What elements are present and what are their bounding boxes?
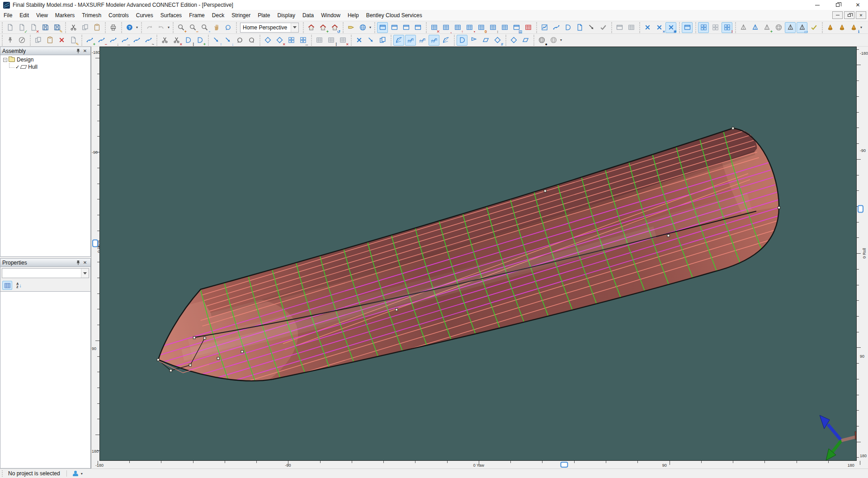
orientation-dial-button[interactable]	[16, 35, 27, 46]
menu-view[interactable]: View	[33, 10, 52, 20]
clear-mask-button[interactable]: ×	[337, 35, 348, 46]
properties-object-selector[interactable]	[2, 268, 89, 278]
zoom-window-button[interactable]: ▫	[199, 22, 210, 33]
control-points-table-button[interactable]: ↑	[452, 22, 463, 33]
menu-frame[interactable]: Frame	[185, 10, 208, 20]
menu-markers[interactable]: Markers	[52, 10, 78, 20]
chevron-down-icon[interactable]	[81, 269, 89, 278]
save-design-button[interactable]	[40, 22, 51, 33]
curvature-graph-button[interactable]	[539, 22, 550, 33]
control-point[interactable]	[732, 127, 734, 129]
surface-region-button[interactable]	[562, 22, 573, 33]
offset-surface-button[interactable]	[377, 35, 388, 46]
rotate-cw-button[interactable]	[234, 35, 245, 46]
cut-button[interactable]	[68, 22, 79, 33]
menu-edit[interactable]: Edit	[16, 10, 33, 20]
paste-button[interactable]	[91, 22, 102, 33]
light-forward-button[interactable]	[836, 22, 847, 33]
menu-deck[interactable]: Deck	[208, 10, 228, 20]
remove-control-point-button[interactable]: −	[96, 35, 107, 46]
3d-scene[interactable]	[100, 47, 856, 460]
redo-button[interactable]	[156, 22, 166, 33]
control-point[interactable]	[203, 337, 206, 339]
results-window-button[interactable]: ▤	[511, 22, 522, 33]
close-panel-icon[interactable]: ✕	[81, 259, 89, 266]
redo-dropdown-icon[interactable]: ▾	[168, 25, 170, 29]
table-zero-button[interactable]: 0	[476, 22, 486, 33]
insert-column-button[interactable]: →	[119, 35, 130, 46]
markers-table-button[interactable]: ✕	[429, 22, 439, 33]
control-point[interactable]	[241, 350, 243, 353]
menu-file[interactable]: File	[0, 10, 16, 20]
profile-window-button[interactable]	[401, 22, 411, 33]
move-up-button[interactable]: ↑	[211, 35, 222, 46]
surface-curvature-button[interactable]	[405, 35, 416, 46]
align-control-points-button[interactable]	[286, 35, 297, 46]
restore-button[interactable]	[827, 0, 848, 10]
menu-display[interactable]: Display	[274, 10, 299, 20]
planar-patch-button[interactable]	[480, 35, 491, 46]
weights-table-button[interactable]	[523, 22, 533, 33]
snap-grid-button[interactable]	[698, 22, 709, 33]
delete-surface-button[interactable]	[56, 35, 67, 46]
distribute-points-button[interactable]: ↔	[297, 35, 308, 46]
copy-button[interactable]	[80, 22, 90, 33]
menu-help[interactable]: Help	[344, 10, 363, 20]
trimesh-wire-dropdown-icon[interactable]: ▾	[560, 38, 562, 42]
tree-item-hull[interactable]: ✓Hull	[0, 63, 90, 71]
control-point[interactable]	[396, 308, 398, 311]
bond-edges-button[interactable]	[262, 35, 273, 46]
developability-button[interactable]	[417, 35, 428, 46]
body-plan-window-button[interactable]	[412, 22, 423, 33]
light-info-dropdown-icon[interactable]: ▾	[860, 25, 862, 29]
export-data-button[interactable]	[574, 22, 585, 33]
light-info-button[interactable]: ℹ	[848, 22, 859, 33]
pushpin-button[interactable]	[5, 35, 15, 46]
untrim-surface-button[interactable]: ×	[171, 35, 182, 46]
menu-surfaces[interactable]: Surfaces	[157, 10, 185, 20]
fit-markers-button[interactable]	[551, 22, 561, 33]
clear-all-markers-button[interactable]: ✱	[665, 22, 676, 33]
pin-icon[interactable]	[74, 47, 81, 54]
minimize-button[interactable]	[807, 0, 827, 10]
undo-button[interactable]	[144, 22, 155, 33]
user-account-icon[interactable]	[73, 471, 79, 477]
bentley-web-button[interactable]	[357, 22, 368, 33]
framed-solid-alt-button[interactable]: ▭	[797, 22, 807, 33]
triangle-patch-button[interactable]	[468, 35, 479, 46]
menu-trimesh[interactable]: Trimesh	[78, 10, 105, 20]
clear-marker-button[interactable]	[642, 22, 653, 33]
smooth-row-button[interactable]: ~	[143, 35, 154, 46]
insert-row-button[interactable]: ↓	[108, 35, 118, 46]
control-point[interactable]	[544, 190, 546, 192]
menu-plate[interactable]: Plate	[254, 10, 274, 20]
open-design-button[interactable]: ✓	[16, 22, 27, 33]
alphabetical-sort-button[interactable]: AZ ↓	[14, 281, 24, 290]
straighten-row-button[interactable]	[131, 35, 142, 46]
render-view-button[interactable]	[682, 22, 693, 33]
rotate-ccw-button[interactable]	[246, 35, 257, 46]
print-button[interactable]	[108, 22, 118, 33]
light-vertical-button[interactable]	[825, 22, 835, 33]
grid-warning-button[interactable]: !	[722, 22, 732, 33]
copy-surface-button[interactable]	[33, 35, 43, 46]
plan-window-button[interactable]	[389, 22, 400, 33]
new-design-button[interactable]	[5, 22, 15, 33]
view-selector[interactable]: Home Perspective	[240, 23, 299, 33]
control-point[interactable]	[778, 207, 780, 209]
chevron-down-icon[interactable]	[291, 23, 298, 32]
home-view-button[interactable]	[306, 22, 316, 33]
trimesh-wire-button[interactable]	[548, 35, 559, 46]
menu-bentley-cloud-services[interactable]: Bentley Cloud Services	[363, 10, 426, 20]
zoom-in-button[interactable]: +	[175, 22, 186, 33]
menu-controls[interactable]: Controls	[105, 10, 132, 20]
trim-surface-button[interactable]	[159, 35, 170, 46]
control-point[interactable]	[157, 359, 159, 361]
framed-solid-button[interactable]	[785, 22, 796, 33]
close-panel-icon[interactable]: ✕	[81, 47, 89, 54]
save-home-view-button[interactable]: +	[317, 22, 328, 33]
calculations-table-button[interactable]	[499, 22, 510, 33]
split-surface-button[interactable]: |	[183, 35, 193, 46]
recall-home-view-button[interactable]: ↺	[329, 22, 340, 33]
curvature-display-button[interactable]	[393, 35, 404, 46]
